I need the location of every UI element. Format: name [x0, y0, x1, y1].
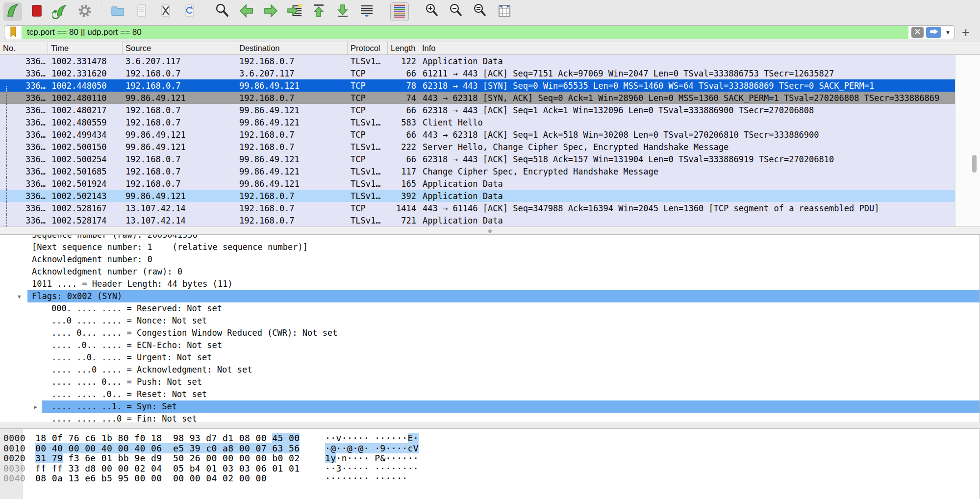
add-filter-button[interactable]: + — [962, 26, 970, 39]
detail-line[interactable]: .... .... .0.. = Reset: Not set — [0, 388, 980, 400]
hex-row[interactable]: 001000 40 00 00 40 00 40 06 e5 39 c0 a8 … — [0, 444, 980, 454]
pane-splitter[interactable] — [0, 226, 980, 235]
detail-line[interactable]: Acknowledgment number: 0 — [0, 253, 980, 266]
close-file-button[interactable] — [156, 2, 175, 21]
zoom-in-button[interactable] — [423, 2, 442, 21]
filter-history-caret-icon[interactable]: ▼ — [944, 29, 951, 35]
column-header-time[interactable]: Time — [48, 42, 123, 54]
packet-row[interactable]: 336…1002.52816713.107.42.14192.168.0.7TC… — [0, 202, 955, 214]
hex-row[interactable]: 0030ff ff 33 d8 00 00 02 04 05 b4 01 03 … — [0, 464, 980, 474]
detail-line[interactable]: ▼Flags: 0x002 (SYN) — [0, 290, 980, 302]
detail-line[interactable]: [Next sequence number: 1 (relative seque… — [0, 241, 980, 253]
detail-line[interactable]: .... .0.. .... = ECN-Echo: Not set — [0, 339, 980, 351]
collapse-arrow-icon[interactable]: ▼ — [18, 291, 21, 303]
find-packet-button[interactable] — [213, 2, 232, 21]
packet-row[interactable]: 336…1002.448050192.168.0.799.86.49.121TC… — [0, 79, 955, 92]
detail-line[interactable]: ...0 .... .... = Nonce: Not set — [0, 315, 980, 327]
column-header-dst[interactable]: Destination — [236, 42, 348, 54]
conversation-bracket — [6, 92, 10, 104]
search-icon — [214, 2, 231, 21]
cell-len: 222 — [388, 142, 419, 152]
detail-line[interactable]: ▶.... .... ..1. = Syn: Set — [0, 400, 980, 413]
packet-row[interactable]: 336…1002.52817413.107.42.14192.168.0.7TL… — [0, 214, 955, 226]
zoom-in-icon — [424, 2, 441, 21]
auto-scroll-button[interactable] — [357, 2, 376, 21]
packet-list-scrollbar[interactable] — [955, 55, 980, 226]
go-to-bottom-button[interactable] — [333, 2, 352, 21]
cell-len: 165 — [388, 179, 419, 189]
cell-info: 62318 → 443 [ACK] Seq=518 Ack=157 Win=13… — [419, 154, 955, 164]
packet-row[interactable]: 336…1002.49943499.86.49.121192.168.0.7TC… — [0, 128, 955, 141]
packet-row[interactable]: 336…1002.50015099.86.49.121192.168.0.7TL… — [0, 141, 955, 153]
hex-row[interactable]: 000018 0f 76 c6 1b 80 f0 18 98 93 d7 d1 … — [0, 433, 980, 444]
hex-segment: ff ff 33 d8 00 00 02 04 05 b4 01 03 03 0… — [35, 463, 300, 474]
packet-row[interactable]: 336…1002.3314783.6.207.117192.168.0.7TLS… — [0, 55, 955, 67]
expand-arrow-icon[interactable]: ▶ — [34, 401, 37, 413]
hex-row[interactable]: 002031 79 f3 6e 01 bb 9e d9 50 26 00 00 … — [0, 453, 980, 464]
go-forward-button[interactable] — [261, 2, 280, 21]
resize-columns-button[interactable] — [495, 2, 514, 21]
restart-capture-button[interactable] — [51, 2, 70, 21]
detail-line[interactable]: 000. .... .... = Reserved: Not set — [0, 302, 980, 315]
packet-details-pane: Sequence number (raw): 2005041556[Next s… — [0, 235, 980, 423]
clear-filter-button[interactable] — [911, 27, 924, 38]
detail-line[interactable]: .... ..0. .... = Urgent: Not set — [0, 351, 980, 364]
stop-capture-button[interactable] — [27, 2, 46, 21]
go-to-top-button[interactable] — [309, 2, 328, 21]
packet-row[interactable]: 336…1002.480559192.168.0.799.86.49.121TL… — [0, 116, 955, 128]
open-file-button[interactable] — [108, 2, 127, 21]
start-capture-button[interactable] — [3, 2, 22, 21]
filter-bookmark-button[interactable] — [4, 26, 22, 39]
pane-splitter[interactable] — [0, 423, 980, 429]
packet-row[interactable]: 336…1002.331620192.168.0.73.6.207.117TCP… — [0, 67, 955, 79]
hex-rows: 000018 0f 76 c6 1b 80 f0 18 98 93 d7 d1 … — [0, 429, 980, 484]
packet-row[interactable]: 336…1002.500254192.168.0.799.86.49.121TC… — [0, 153, 955, 165]
reload-file-button[interactable] — [180, 2, 199, 21]
detail-line[interactable]: .... ...0 .... = Acknowledgment: Not set — [0, 364, 980, 376]
save-file-button[interactable] — [132, 2, 151, 21]
cell-info: 443 → 61146 [ACK] Seq=347988 Ack=16394 W… — [419, 203, 955, 213]
zoom-reset-button[interactable] — [471, 2, 490, 21]
cell-src: 13.107.42.14 — [123, 203, 236, 213]
detail-line[interactable]: .... .... 0... = Push: Not set — [0, 376, 980, 388]
hex-row[interactable]: 004008 0a 13 e6 b5 95 00 00 00 00 04 02 … — [0, 474, 980, 484]
column-header-no[interactable]: No. — [0, 42, 48, 54]
detail-line[interactable]: 1011 .... = Header Length: 44 bytes (11) — [0, 278, 980, 290]
go-to-packet-button[interactable] — [285, 2, 304, 21]
cell-dst: 192.168.0.7 — [236, 93, 348, 103]
colorize-packets-button[interactable] — [390, 2, 409, 21]
column-header-len[interactable]: Length — [388, 42, 419, 54]
go-back-button[interactable] — [237, 2, 256, 21]
packet-row[interactable]: 336…1002.501685192.168.0.799.86.49.121TL… — [0, 165, 955, 177]
detail-line[interactable]: .... .... ...0 = Fin: Not set — [0, 413, 980, 423]
conversation-bracket — [6, 177, 10, 190]
cell-src: 99.86.49.121 — [123, 93, 236, 103]
display-filter-input[interactable]: tcp.port == 80 || udp.port == 80 ▼ — [4, 25, 955, 39]
cell-dst: 192.168.0.7 — [236, 203, 348, 213]
ascii-segment: ··v····· ······ — [325, 433, 408, 443]
filter-text[interactable]: tcp.port == 80 || udp.port == 80 — [22, 26, 908, 39]
packet-row[interactable]: 336…1002.501924192.168.0.799.86.49.121TL… — [0, 177, 955, 190]
apply-filter-button[interactable] — [926, 27, 941, 38]
cell-info: Change Cipher Spec, Encrypted Handshake … — [419, 167, 955, 176]
detail-line[interactable]: Sequence number (raw): 2005041556 — [0, 235, 980, 241]
capture-options-button[interactable] — [75, 2, 94, 21]
column-header-proto[interactable]: Protocol — [348, 42, 388, 54]
main-toolbar — [0, 0, 980, 23]
cell-info: 62318 → 443 [SYN] Seq=0 Win=65535 Len=0 … — [419, 81, 955, 91]
packet-row[interactable]: 336…1002.48011099.86.49.121192.168.0.7TC… — [0, 92, 955, 104]
packet-row[interactable]: 336…1002.480217192.168.0.799.86.49.121TC… — [0, 104, 955, 116]
scrollbar-thumb[interactable] — [972, 155, 977, 173]
cell-src: 99.86.49.121 — [123, 130, 236, 140]
packet-row[interactable]: 336…1002.50214399.86.49.121192.168.0.7TL… — [0, 190, 955, 202]
cell-proto: TLSv1… — [348, 216, 388, 225]
column-header-src[interactable]: Source — [123, 42, 236, 54]
hex-ascii: ··3····· ········ — [325, 464, 419, 474]
detail-line[interactable]: .... 0... .... = Congestion Window Reduc… — [0, 327, 980, 339]
column-header-info[interactable]: Info — [419, 42, 980, 54]
cell-len: 66 — [388, 130, 419, 140]
cell-info: Application Data — [419, 56, 955, 66]
detail-text: 000. .... .... = Reserved: Not set — [0, 302, 222, 315]
detail-line[interactable]: Acknowledgment number (raw): 0 — [0, 266, 980, 278]
zoom-out-button[interactable] — [447, 2, 466, 21]
